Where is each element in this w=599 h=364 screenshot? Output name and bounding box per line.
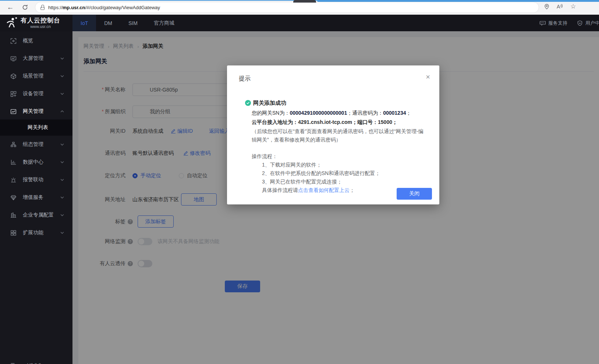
- sidebar-item-alarm[interactable]: 报警联动: [0, 171, 72, 189]
- dialog-close-footer-button[interactable]: 关闭: [397, 188, 432, 200]
- top-nav: 有人云控制台 www.usr.cn IoT DM SIM 官方商城 服务支持: [0, 15, 599, 31]
- location-pin-icon[interactable]: [544, 4, 550, 10]
- big-screen-icon: [10, 56, 17, 62]
- brand-logo[interactable]: 有人云控制台 www.usr.cn: [0, 15, 72, 31]
- shield-user-icon: [577, 20, 583, 26]
- flow-step: 1、下载对应网关的软件；: [262, 161, 426, 169]
- sidebar-item-data-center[interactable]: 数据中心: [0, 153, 72, 171]
- sidebar-item-label: 概览: [23, 38, 72, 44]
- topology-icon: [10, 142, 17, 148]
- sidebar-item-label: 报警联动: [23, 176, 60, 183]
- gem-icon: [10, 195, 17, 201]
- chevron-down-icon: [60, 160, 64, 164]
- flow-step: 3、网关已在软件中配置完成连接；: [262, 178, 426, 186]
- sidebar-item-bigscreen[interactable]: 大屏管理: [0, 50, 72, 67]
- sidebar-item-label: 大屏管理: [23, 55, 60, 62]
- sidebar-item-configuration[interactable]: 组态管理: [0, 136, 72, 153]
- user-center-label: 用户中心: [585, 20, 599, 26]
- sn-value: 00004291000000000001: [290, 110, 347, 116]
- address-bar[interactable]: https://mp.usr.cn/#/cloud/gateway/ViewAd…: [35, 2, 539, 13]
- sidebar-item-overview[interactable]: 概览: [0, 32, 72, 50]
- chevron-up-icon: [60, 109, 64, 114]
- close-icon: ×: [426, 73, 430, 81]
- usr-mascot-icon: [5, 17, 18, 29]
- chevron-down-icon: [60, 178, 64, 182]
- changelog-icon: [10, 362, 16, 364]
- alarm-siren-icon: [10, 177, 17, 183]
- tips-dialog: 提示 × 网关添加成功 您的网关SN为：00004291000000000001…: [227, 65, 439, 204]
- url-text: https://mp.usr.cn/#/cloud/gateway/ViewAd…: [48, 5, 160, 10]
- chevron-down-icon: [60, 74, 64, 78]
- sidebar-item-label: 网关管理: [23, 108, 60, 115]
- scene-cube-icon: [10, 73, 17, 79]
- back-arrow-icon: ←: [7, 3, 14, 11]
- chevron-down-icon: [60, 195, 64, 200]
- dialog-close-button[interactable]: ×: [424, 73, 432, 81]
- overview-icon: [10, 38, 17, 44]
- building-icon: [10, 212, 17, 218]
- sidebar-item-device[interactable]: 设备管理: [0, 85, 72, 103]
- sidebar-item-enterprise[interactable]: 企业专属配置: [0, 206, 72, 224]
- lock-icon: [40, 5, 45, 10]
- flow-step: 2、在软件中把系统分配的SN和通讯密码进行配置；: [262, 169, 426, 178]
- product-tabs: IoT DM SIM 官方商城: [72, 15, 182, 31]
- tab-official-store[interactable]: 官方商城: [146, 15, 182, 31]
- how-to-configure-link[interactable]: 点击查看如何配置上云: [298, 187, 350, 193]
- flow-title: 操作流程：: [252, 152, 426, 161]
- result-title: 网关添加成功: [253, 99, 286, 107]
- read-aloud-icon[interactable]: A: [557, 4, 563, 10]
- dialog-body: 网关添加成功 您的网关SN为：00004291000000000001；通讯密码…: [245, 99, 426, 195]
- chevron-down-icon: [60, 213, 64, 217]
- favorite-star-icon[interactable]: ☆: [570, 3, 576, 10]
- sn-line: 您的网关SN为：00004291000000000001；通讯密码为：00001…: [252, 109, 426, 117]
- service-support-label: 服务支持: [548, 20, 567, 26]
- tab-dm[interactable]: DM: [96, 15, 120, 31]
- window-accent-bar: [317, 0, 599, 2]
- device-grid-icon: [10, 91, 17, 97]
- sidebar-item-label: 扩展功能: [23, 229, 60, 236]
- sidebar-item-label: 数据中心: [23, 159, 60, 165]
- app-grid-icon: [10, 230, 17, 236]
- sidebar: 概览 大屏管理 场景管理 设备管理 网关管理 网关列表 组态管理: [0, 31, 72, 364]
- sidebar-item-scene[interactable]: 场景管理: [0, 67, 72, 85]
- browser-refresh-button[interactable]: [20, 2, 30, 13]
- sidebar-item-label: 场景管理: [23, 73, 60, 79]
- success-check-icon: [245, 100, 251, 106]
- refresh-icon: [22, 4, 28, 10]
- chat-bubble-icon: [539, 20, 546, 26]
- logo-title: 有人云控制台: [21, 17, 60, 24]
- sidebar-item-value-added[interactable]: 增值服务: [0, 189, 72, 206]
- user-center-link[interactable]: 用户中心: [577, 20, 599, 26]
- chevron-down-icon: [60, 231, 64, 235]
- dialog-title: 提示: [239, 75, 251, 83]
- sidebar-item-label: 增值服务: [23, 194, 60, 201]
- logo-subtitle: www.usr.cn: [30, 24, 51, 29]
- sidebar-subitem-gateway-list[interactable]: 网关列表: [0, 119, 72, 136]
- app-screen: ← https://mp.usr.cn/#/cloud/gateway/View…: [0, 0, 599, 364]
- sidebar-subitem-label: 网关列表: [28, 124, 48, 131]
- sidebar-item-extensions[interactable]: 扩展功能: [0, 224, 72, 242]
- sidebar-item-gateway[interactable]: 网关管理: [0, 103, 72, 120]
- browser-back-button[interactable]: ←: [5, 2, 15, 13]
- tab-strip-fragment: [293, 0, 316, 3]
- chevron-down-icon: [60, 142, 64, 147]
- chevron-down-icon: [60, 56, 64, 61]
- chevron-down-icon: [60, 92, 64, 96]
- gateway-chart-icon: [10, 108, 17, 115]
- tab-iot[interactable]: IoT: [72, 15, 96, 31]
- tab-sim[interactable]: SIM: [120, 15, 146, 31]
- service-support-link[interactable]: 服务支持: [539, 20, 567, 26]
- note-line: （后续您也可以在“查看”页面查看网关的通讯密码，也可以通过“网关管理-编辑网关”…: [252, 127, 426, 144]
- version-label: V6.2.2: [27, 362, 41, 364]
- sidebar-item-label: 企业专属配置: [23, 212, 60, 218]
- bar-chart-icon: [10, 159, 17, 165]
- sidebar-item-label: 组态管理: [23, 141, 60, 148]
- version-info: V6.2.2: [0, 356, 72, 364]
- cloud-address-line: 云平台接入地址为：4291.cnsh.iot-tcp.com；端口号：15000…: [252, 118, 426, 126]
- password-value: 00001234: [383, 110, 406, 116]
- sidebar-item-label: 设备管理: [23, 90, 60, 97]
